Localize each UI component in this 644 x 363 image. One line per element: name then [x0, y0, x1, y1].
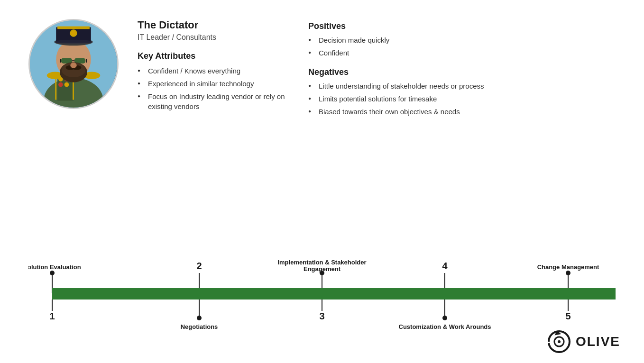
profile-left: The Dictator IT Leader / Consultants Key… — [138, 19, 289, 119]
svg-text:5: 5 — [565, 311, 570, 321]
avatar — [28, 19, 119, 109]
svg-point-8 — [64, 82, 69, 87]
svg-point-58 — [558, 340, 561, 343]
olive-text: OLIVE — [576, 334, 620, 349]
top-section: The Dictator IT Leader / Consultants Key… — [28, 19, 616, 119]
timeline-svg: Solution Evaluation 1 2 Negotiations Imp… — [28, 259, 616, 335]
svg-point-47 — [442, 316, 447, 320]
positives-negatives: Positives Decision made quickly Confiden… — [308, 19, 616, 119]
svg-point-36 — [197, 316, 202, 320]
svg-point-28 — [70, 63, 77, 68]
svg-point-52 — [566, 271, 570, 275]
list-item: Decision made quickly — [308, 35, 616, 45]
timeline-wrapper: Solution Evaluation 1 2 Negotiations Imp… — [28, 259, 616, 335]
key-attributes-title: Key Attributes — [138, 51, 289, 61]
list-item: Biased towards their own objectives & ne… — [308, 107, 616, 117]
svg-text:Change Management: Change Management — [537, 263, 599, 271]
olive-logo: OLIVE — [547, 330, 620, 354]
profile-name: The Dictator — [138, 19, 289, 31]
svg-text:Negotiations: Negotiations — [181, 323, 218, 330]
svg-point-18 — [54, 40, 92, 45]
timeline-section: Solution Evaluation 1 2 Negotiations Imp… — [28, 259, 616, 335]
list-item: Confident — [308, 48, 616, 58]
svg-rect-22 — [60, 59, 61, 63]
svg-text:Implementation & Stakeholder: Implementation & Stakeholder — [277, 259, 366, 266]
page-container: The Dictator IT Leader / Consultants Key… — [0, 0, 644, 363]
svg-point-7 — [58, 82, 63, 87]
svg-point-17 — [71, 31, 76, 36]
svg-text:1: 1 — [49, 311, 55, 321]
negatives-list: Little understanding of stakeholder need… — [308, 81, 616, 117]
list-item: Limits potential solutions for timesake — [308, 94, 616, 104]
negatives-section: Negatives Little understanding of stakeh… — [308, 67, 616, 117]
svg-text:Solution Evaluation: Solution Evaluation — [28, 263, 81, 271]
positives-title: Positives — [308, 21, 616, 31]
svg-rect-23 — [86, 59, 87, 63]
positives-list: Decision made quickly Confident — [308, 35, 616, 58]
svg-text:3: 3 — [319, 311, 324, 321]
svg-text:4: 4 — [442, 261, 448, 271]
key-attributes-list: Confident / Knows everything Experienced… — [138, 66, 289, 111]
profile-role: IT Leader / Consultants — [138, 33, 289, 42]
olive-logo-icon — [547, 330, 571, 354]
list-item: Experienced in similar technology — [138, 79, 289, 89]
svg-text:2: 2 — [196, 261, 202, 271]
svg-text:Engagement: Engagement — [304, 265, 341, 272]
list-item: Confident / Knows everything — [138, 66, 289, 76]
timeline-bar — [52, 288, 616, 295]
svg-rect-15 — [57, 27, 90, 29]
svg-point-31 — [50, 271, 55, 275]
negatives-title: Negatives — [308, 67, 616, 77]
list-item: Little understanding of stakeholder need… — [308, 81, 616, 91]
list-item: Focus on Industry leading vendor or rely… — [138, 91, 289, 111]
svg-text:Customization & Work Arounds: Customization & Work Arounds — [399, 323, 491, 330]
